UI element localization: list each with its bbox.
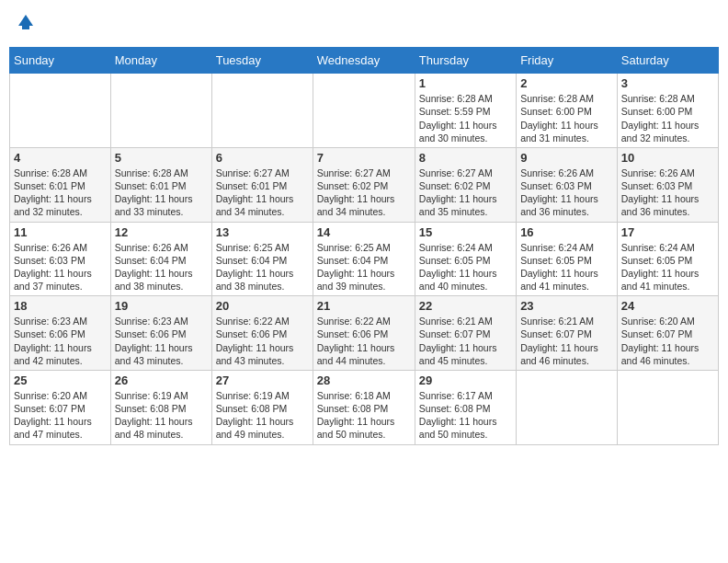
day-number: 4	[14, 151, 107, 165]
calendar-cell	[110, 74, 211, 148]
day-info: Sunrise: 6:28 AM Sunset: 6:01 PM Dayligh…	[115, 167, 208, 219]
day-number: 28	[317, 373, 411, 387]
day-info: Sunrise: 6:22 AM Sunset: 6:06 PM Dayligh…	[216, 315, 309, 367]
calendar-cell: 27Sunrise: 6:19 AM Sunset: 6:08 PM Dayli…	[211, 370, 313, 444]
calendar-week-row: 18Sunrise: 6:23 AM Sunset: 6:06 PM Dayli…	[10, 296, 719, 371]
calendar-cell: 12Sunrise: 6:26 AM Sunset: 6:04 PM Dayli…	[110, 222, 211, 296]
logo	[15, 13, 35, 36]
day-number: 21	[317, 299, 411, 313]
calendar-cell: 13Sunrise: 6:25 AM Sunset: 6:04 PM Dayli…	[211, 222, 313, 296]
day-info: Sunrise: 6:26 AM Sunset: 6:03 PM Dayligh…	[14, 241, 107, 293]
day-number: 25	[14, 373, 107, 387]
calendar-cell: 28Sunrise: 6:18 AM Sunset: 6:08 PM Dayli…	[313, 370, 415, 444]
day-number: 18	[14, 299, 107, 313]
calendar-table: SundayMondayTuesdayWednesdayThursdayFrid…	[9, 47, 719, 444]
calendar-cell: 25Sunrise: 6:20 AM Sunset: 6:07 PM Dayli…	[10, 370, 111, 444]
day-info: Sunrise: 6:24 AM Sunset: 6:05 PM Dayligh…	[419, 241, 512, 293]
day-info: Sunrise: 6:25 AM Sunset: 6:04 PM Dayligh…	[216, 241, 309, 293]
calendar-header-thursday: Thursday	[415, 48, 516, 74]
calendar-header-saturday: Saturday	[617, 48, 718, 74]
day-number: 17	[621, 225, 714, 239]
day-info: Sunrise: 6:21 AM Sunset: 6:07 PM Dayligh…	[419, 315, 512, 367]
calendar-header-tuesday: Tuesday	[211, 48, 313, 74]
day-info: Sunrise: 6:26 AM Sunset: 6:03 PM Dayligh…	[520, 167, 613, 219]
day-number: 16	[520, 225, 613, 239]
calendar-cell: 22Sunrise: 6:21 AM Sunset: 6:07 PM Dayli…	[415, 296, 516, 371]
calendar-cell: 8Sunrise: 6:27 AM Sunset: 6:02 PM Daylig…	[415, 147, 516, 222]
day-info: Sunrise: 6:20 AM Sunset: 6:07 PM Dayligh…	[14, 389, 107, 442]
day-info: Sunrise: 6:24 AM Sunset: 6:05 PM Dayligh…	[621, 241, 714, 293]
calendar-cell: 20Sunrise: 6:22 AM Sunset: 6:06 PM Dayli…	[211, 296, 313, 371]
day-number: 13	[216, 225, 309, 239]
calendar-cell: 18Sunrise: 6:23 AM Sunset: 6:06 PM Dayli…	[10, 296, 111, 371]
calendar-cell: 1Sunrise: 6:28 AM Sunset: 5:59 PM Daylig…	[415, 74, 516, 148]
day-number: 29	[419, 373, 512, 387]
calendar-week-row: 4Sunrise: 6:28 AM Sunset: 6:01 PM Daylig…	[10, 147, 719, 222]
calendar-cell: 3Sunrise: 6:28 AM Sunset: 6:00 PM Daylig…	[617, 74, 718, 148]
day-number: 23	[520, 299, 613, 313]
calendar-cell: 21Sunrise: 6:22 AM Sunset: 6:06 PM Dayli…	[313, 296, 415, 371]
day-number: 19	[115, 299, 208, 313]
calendar-cell: 23Sunrise: 6:21 AM Sunset: 6:07 PM Dayli…	[517, 296, 618, 371]
calendar-header-wednesday: Wednesday	[313, 48, 415, 74]
day-number: 3	[621, 76, 714, 90]
day-info: Sunrise: 6:26 AM Sunset: 6:04 PM Dayligh…	[115, 241, 208, 293]
day-number: 10	[621, 151, 714, 165]
day-number: 11	[14, 225, 107, 239]
day-number: 27	[216, 373, 309, 387]
calendar-cell: 24Sunrise: 6:20 AM Sunset: 6:07 PM Dayli…	[617, 296, 718, 371]
day-number: 2	[520, 76, 613, 90]
calendar-week-row: 1Sunrise: 6:28 AM Sunset: 5:59 PM Daylig…	[10, 74, 719, 148]
day-number: 22	[419, 299, 512, 313]
calendar-cell	[617, 370, 718, 444]
day-number: 20	[216, 299, 309, 313]
calendar-header-monday: Monday	[110, 48, 211, 74]
svg-marker-1	[22, 24, 29, 29]
calendar-cell: 15Sunrise: 6:24 AM Sunset: 6:05 PM Dayli…	[415, 222, 516, 296]
day-info: Sunrise: 6:28 AM Sunset: 5:59 PM Dayligh…	[419, 92, 512, 144]
calendar-cell: 19Sunrise: 6:23 AM Sunset: 6:06 PM Dayli…	[110, 296, 211, 371]
calendar-week-row: 11Sunrise: 6:26 AM Sunset: 6:03 PM Dayli…	[10, 222, 719, 296]
day-info: Sunrise: 6:21 AM Sunset: 6:07 PM Dayligh…	[520, 315, 613, 367]
day-info: Sunrise: 6:17 AM Sunset: 6:08 PM Dayligh…	[419, 389, 512, 442]
calendar-cell: 2Sunrise: 6:28 AM Sunset: 6:00 PM Daylig…	[517, 74, 618, 148]
day-info: Sunrise: 6:26 AM Sunset: 6:03 PM Dayligh…	[621, 167, 714, 219]
calendar-cell	[211, 74, 313, 148]
calendar-cell: 4Sunrise: 6:28 AM Sunset: 6:01 PM Daylig…	[10, 147, 111, 222]
day-number: 15	[419, 225, 512, 239]
day-info: Sunrise: 6:27 AM Sunset: 6:02 PM Dayligh…	[317, 167, 411, 219]
calendar-cell: 6Sunrise: 6:27 AM Sunset: 6:01 PM Daylig…	[211, 147, 313, 222]
day-info: Sunrise: 6:19 AM Sunset: 6:08 PM Dayligh…	[115, 389, 208, 442]
calendar-cell: 16Sunrise: 6:24 AM Sunset: 6:05 PM Dayli…	[517, 222, 618, 296]
day-info: Sunrise: 6:23 AM Sunset: 6:06 PM Dayligh…	[115, 315, 208, 367]
page-header	[9, 9, 719, 40]
day-number: 8	[419, 151, 512, 165]
day-info: Sunrise: 6:27 AM Sunset: 6:01 PM Dayligh…	[216, 167, 309, 219]
calendar-cell: 29Sunrise: 6:17 AM Sunset: 6:08 PM Dayli…	[415, 370, 516, 444]
day-info: Sunrise: 6:28 AM Sunset: 6:00 PM Dayligh…	[621, 92, 714, 144]
calendar-cell: 11Sunrise: 6:26 AM Sunset: 6:03 PM Dayli…	[10, 222, 111, 296]
calendar-cell: 5Sunrise: 6:28 AM Sunset: 6:01 PM Daylig…	[110, 147, 211, 222]
calendar-cell: 26Sunrise: 6:19 AM Sunset: 6:08 PM Dayli…	[110, 370, 211, 444]
calendar-cell	[313, 74, 415, 148]
day-info: Sunrise: 6:25 AM Sunset: 6:04 PM Dayligh…	[317, 241, 411, 293]
logo-icon	[17, 13, 35, 31]
calendar-cell: 7Sunrise: 6:27 AM Sunset: 6:02 PM Daylig…	[313, 147, 415, 222]
calendar-cell: 10Sunrise: 6:26 AM Sunset: 6:03 PM Dayli…	[617, 147, 718, 222]
day-info: Sunrise: 6:28 AM Sunset: 6:01 PM Dayligh…	[14, 167, 107, 219]
day-number: 12	[115, 225, 208, 239]
day-info: Sunrise: 6:24 AM Sunset: 6:05 PM Dayligh…	[520, 241, 613, 293]
calendar-header-sunday: Sunday	[10, 48, 111, 74]
day-number: 7	[317, 151, 411, 165]
day-number: 5	[115, 151, 208, 165]
day-number: 14	[317, 225, 411, 239]
day-number: 26	[115, 373, 208, 387]
calendar-cell	[10, 74, 111, 148]
day-info: Sunrise: 6:23 AM Sunset: 6:06 PM Dayligh…	[14, 315, 107, 367]
day-number: 9	[520, 151, 613, 165]
day-number: 6	[216, 151, 309, 165]
day-info: Sunrise: 6:18 AM Sunset: 6:08 PM Dayligh…	[317, 389, 411, 442]
calendar-cell	[517, 370, 618, 444]
day-info: Sunrise: 6:20 AM Sunset: 6:07 PM Dayligh…	[621, 315, 714, 367]
day-info: Sunrise: 6:19 AM Sunset: 6:08 PM Dayligh…	[216, 389, 309, 442]
